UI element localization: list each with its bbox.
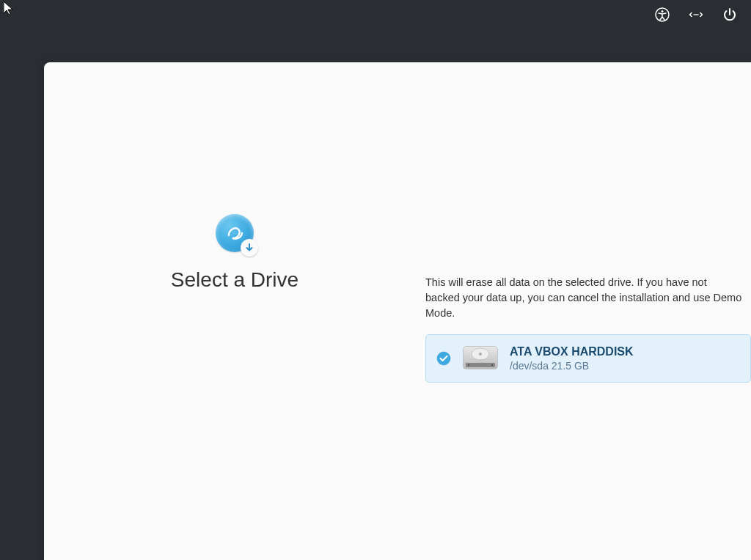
- svg-point-2: [693, 14, 695, 15]
- warning-text: This will erase all data on the selected…: [425, 275, 751, 321]
- drive-option[interactable]: ATA VBOX HARDDISK /dev/sda 21.5 GB: [425, 334, 751, 383]
- drive-path: /dev/sda: [510, 360, 549, 372]
- mouse-cursor: [4, 1, 15, 19]
- power-icon[interactable]: [722, 7, 738, 23]
- left-panel: Select a Drive: [44, 62, 425, 560]
- svg-point-4: [697, 14, 699, 15]
- harddisk-icon: [461, 344, 499, 373]
- svg-point-10: [468, 364, 469, 366]
- drive-name: ATA VBOX HARDDISK: [510, 345, 634, 358]
- installer-logo: [216, 214, 254, 252]
- download-badge-icon: [241, 239, 258, 257]
- right-panel: This will erase all data on the selected…: [425, 62, 751, 560]
- drive-size: 21.5 GB: [552, 360, 589, 372]
- svg-point-13: [479, 353, 482, 355]
- page-title: Select a Drive: [171, 268, 298, 292]
- svg-point-11: [491, 364, 493, 366]
- svg-point-3: [695, 14, 697, 15]
- system-topbar: [654, 0, 751, 29]
- svg-rect-9: [466, 363, 495, 367]
- accessibility-icon[interactable]: [654, 7, 670, 23]
- selected-check-icon: [436, 351, 451, 366]
- installer-window: Select a Drive This will erase all data …: [44, 62, 751, 560]
- drive-info: ATA VBOX HARDDISK /dev/sda 21.5 GB: [510, 345, 634, 372]
- svg-point-1: [662, 10, 664, 12]
- drive-meta: /dev/sda 21.5 GB: [510, 360, 634, 372]
- network-icon[interactable]: [688, 7, 704, 23]
